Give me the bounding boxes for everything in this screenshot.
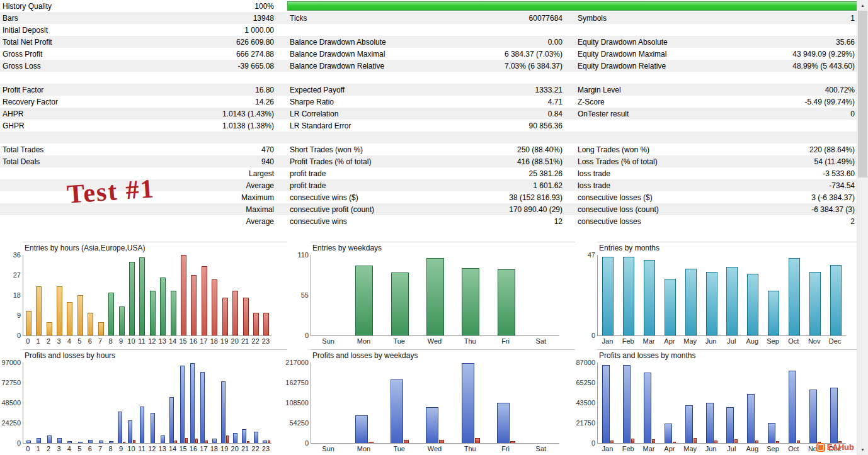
stat-label: Recovery Factor — [3, 98, 58, 106]
x-axis-label: 22 — [250, 445, 260, 452]
stat-label: consecutive losses — [578, 217, 641, 226]
x-axis-label: Jun — [700, 337, 721, 345]
stats-cell: Gross Loss-39 665.08 — [3, 60, 274, 72]
stat-label: Total Deals — [3, 157, 40, 166]
scroll-down-icon[interactable]: ▼ — [857, 444, 868, 455]
bar — [510, 441, 515, 443]
stat-value: Average — [246, 217, 274, 226]
stat-value: 38 (152 816.93) — [509, 193, 562, 202]
bar-slot — [346, 255, 382, 335]
stats-cell — [290, 72, 562, 84]
bar — [185, 438, 188, 443]
stat-value: 940 — [261, 157, 274, 166]
bar — [623, 257, 634, 335]
bar — [747, 394, 755, 443]
stats-cell — [578, 24, 855, 36]
bar-slot — [44, 255, 54, 335]
x-axis-label: 4 — [64, 445, 74, 452]
bar — [755, 441, 758, 443]
y-axis-label: 48500 — [0, 399, 21, 407]
stats-cell: Balance Drawdown Maximal6 384.37 (7.03%) — [290, 48, 562, 60]
x-axis-label: 11 — [137, 445, 147, 452]
stat-value: 1 601.62 — [533, 181, 562, 190]
stat-label: Balance Drawdown Absolute — [290, 38, 386, 47]
bar-slot — [722, 362, 743, 443]
x-axis-labels: JanFebMarAprMayJunJulAugSepOctNovDec — [597, 337, 845, 345]
stats-cell: LR Standard Error90 856.36 — [290, 120, 562, 132]
bar-slot — [701, 255, 722, 335]
y-axis-label: 0 — [0, 332, 21, 339]
stats-row: Recovery Factor14.26Sharpe Ratio4.71Z-Sc… — [0, 96, 857, 108]
bar — [150, 291, 156, 335]
stat-label: Expected Payoff — [290, 86, 345, 94]
bar-slot — [241, 362, 251, 443]
x-axis-label: Sat — [523, 445, 559, 452]
stat-label: consecutive wins ($) — [290, 193, 358, 202]
bar-slot — [382, 362, 418, 443]
stat-value: -5.49 (99.74%) — [805, 98, 855, 106]
stat-value: 14.26 — [255, 98, 274, 106]
stats-cell: Balance Drawdown Absolute0.00 — [290, 36, 562, 48]
x-axis-label: 9 — [116, 445, 126, 452]
bar-slot — [524, 255, 559, 335]
bar — [151, 413, 155, 443]
stat-value: 12 — [554, 217, 562, 226]
bar — [109, 441, 113, 443]
x-axis-label: Fri — [488, 445, 523, 452]
x-axis-label: Aug — [742, 337, 763, 345]
y-axis-label: 108500 — [282, 399, 309, 407]
stat-value: 35.66 — [836, 38, 855, 47]
stats-cell: consecutive losses ($)3 (-6 384.37) — [578, 191, 855, 203]
stat-label: profit trade — [290, 181, 326, 190]
bar-slot — [251, 362, 261, 443]
x-axis-labels: 01234567891011121314151617181920212223 — [23, 445, 271, 452]
stat-label: Gross Profit — [3, 50, 42, 59]
stats-cell: LR Correlation0.84 — [290, 108, 562, 120]
stats-row: Bars13948Ticks60077684Symbols1 — [0, 12, 857, 24]
stats-row: GHPR1.0138 (1.38%)LR Standard Error90 85… — [0, 120, 857, 132]
bar — [88, 313, 93, 335]
x-axis-label: May — [680, 337, 700, 345]
y-axis-label: 87000 — [569, 359, 595, 366]
stat-value: -3 533.60 — [823, 169, 855, 178]
scrollbar-thumb[interactable] — [858, 11, 867, 177]
stats-cell: Maximal — [3, 203, 274, 215]
scroll-up-icon[interactable]: ▲ — [857, 0, 868, 11]
bar-slot — [382, 255, 418, 335]
chart-plot: 021750435006525087000 — [597, 362, 846, 444]
chart-profits-losses-by-months: Profits and losses by months021750435006… — [597, 349, 862, 452]
test-watermark: Test #1 — [66, 173, 156, 210]
x-axis-label: Thu — [452, 445, 488, 452]
x-axis-label: Mar — [639, 445, 660, 452]
bar-slot — [261, 362, 271, 443]
bar — [212, 279, 217, 335]
bar-slot — [147, 362, 157, 443]
bar-slot — [127, 362, 137, 443]
stats-cell — [3, 132, 274, 143]
vertical-scrollbar[interactable]: ▲ ▼ — [857, 0, 868, 455]
stats-cell: Symbols1 — [578, 12, 855, 24]
bar-slot — [147, 255, 157, 335]
bar-slot — [418, 362, 453, 443]
stat-value: -6 384.37 (3) — [811, 205, 855, 214]
y-axis-label: 97000 — [0, 359, 21, 366]
bar — [232, 291, 238, 335]
chart-title: Entries by hours (Asia,Europe,USA) — [25, 244, 287, 252]
bar — [631, 439, 634, 443]
x-axis-label: 17 — [198, 445, 208, 452]
bar-slot — [96, 362, 106, 443]
x-axis-label: 20 — [229, 445, 239, 452]
bar — [355, 415, 368, 443]
x-axis-label: 16 — [188, 445, 198, 452]
x-axis-label: 12 — [147, 337, 157, 345]
x-axis-label: 2 — [43, 445, 54, 452]
bar-slot — [639, 362, 660, 443]
stats-row: Initial Deposit1 000.00 — [0, 24, 857, 36]
stats-cell: Z-Score-5.49 (99.74%) — [578, 96, 855, 108]
bar — [26, 311, 31, 335]
y-axis-label: 43500 — [569, 399, 595, 407]
bar — [665, 279, 676, 335]
bar — [98, 322, 104, 335]
stat-label: Z-Score — [578, 98, 605, 106]
bar — [26, 441, 31, 443]
